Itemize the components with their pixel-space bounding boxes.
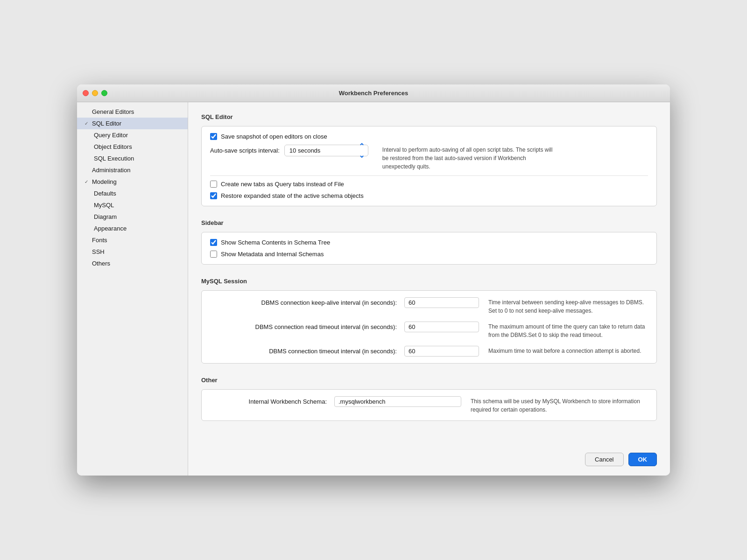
sidebar-item-label: Defaults	[94, 190, 116, 197]
cancel-button[interactable]: Cancel	[585, 453, 623, 466]
other-section: Other Internal Workbench Schema: This sc…	[201, 377, 657, 421]
sidebar-section: Sidebar Show Schema Contents in Schema T…	[201, 219, 657, 265]
read-timeout-desc: The maximum amount of time the query can…	[488, 322, 648, 339]
main-content: General Editors ✓ SQL Editor Query Edito…	[77, 102, 670, 476]
conn-timeout-input[interactable]	[404, 346, 479, 357]
sidebar-item-label: SQL Execution	[94, 155, 134, 162]
sidebar-item-ssh[interactable]: SSH	[77, 246, 188, 258]
save-snapshot-label: Save snapshot of open editors on close	[221, 133, 327, 140]
sidebar-item-general-editors[interactable]: General Editors	[77, 106, 188, 118]
keepalive-row: DBMS connection keep-alive interval (in …	[210, 297, 648, 315]
sidebar-item-administration[interactable]: Administration	[77, 164, 188, 176]
sidebar-item-defaults[interactable]: Defaults	[77, 188, 188, 199]
create-new-tabs-checkbox[interactable]	[210, 181, 217, 188]
sidebar-item-appearance[interactable]: Appearance	[77, 223, 188, 234]
preferences-window: Workbench Preferences General Editors ✓ …	[77, 84, 670, 476]
save-snapshot-row: Save snapshot of open editors on close	[210, 133, 648, 140]
sidebar-item-label: Diagram	[94, 213, 117, 220]
internal-schema-input[interactable]	[334, 396, 461, 407]
autosave-left: Auto-save scripts interval: 10 seconds 3…	[210, 145, 368, 156]
autosave-label: Auto-save scripts interval:	[210, 147, 280, 154]
sidebar-item-mysql[interactable]: MySQL	[77, 199, 188, 211]
sidebar-section-box: Show Schema Contents in Schema Tree Show…	[201, 232, 657, 265]
autosave-select-wrapper: 10 seconds 30 seconds 1 minute 5 minutes…	[284, 145, 368, 156]
internal-schema-row: Internal Workbench Schema: This schema w…	[210, 396, 648, 414]
sidebar: General Editors ✓ SQL Editor Query Edito…	[77, 102, 188, 476]
sidebar-item-others[interactable]: Others	[77, 258, 188, 269]
show-schema-checkbox[interactable]	[210, 239, 217, 246]
show-schema-row: Show Schema Contents in Schema Tree	[210, 239, 648, 246]
sidebar-item-label: General Editors	[92, 108, 134, 115]
sidebar-item-label: Others	[92, 260, 110, 267]
autosave-row: Auto-save scripts interval: 10 seconds 3…	[210, 145, 648, 171]
sidebar-section-header: Sidebar	[201, 219, 657, 226]
create-new-tabs-label: Create new tabs as Query tabs instead of…	[221, 181, 344, 188]
sidebar-item-query-editor[interactable]: Query Editor	[77, 129, 188, 141]
conn-timeout-input-desc: Maximum time to wait before a connection…	[404, 346, 641, 357]
sidebar-item-label: Query Editor	[94, 132, 128, 139]
read-timeout-input[interactable]	[404, 322, 479, 332]
sidebar-item-label: MySQL	[94, 202, 114, 209]
show-metadata-label: Show Metadata and Internal Schemas	[221, 251, 324, 258]
maximize-button[interactable]	[101, 90, 107, 96]
sidebar-item-object-editors[interactable]: Object Editors	[77, 141, 188, 153]
save-snapshot-checkbox[interactable]	[210, 133, 217, 140]
mysql-session-box: DBMS connection keep-alive interval (in …	[201, 290, 657, 364]
keepalive-desc: Time interval between sending keep-alive…	[488, 297, 648, 315]
restore-expanded-label: Restore expanded state of the active sch…	[221, 192, 364, 199]
other-section-header: Other	[201, 377, 657, 384]
window-title: Workbench Preferences	[339, 90, 409, 97]
sidebar-item-fonts[interactable]: Fonts	[77, 234, 188, 246]
autosave-desc: Interval to perform auto-saving of all o…	[382, 145, 560, 171]
conn-timeout-desc: Maximum time to wait before a connection…	[488, 346, 641, 355]
other-section-box: Internal Workbench Schema: This schema w…	[201, 389, 657, 421]
titlebar: Workbench Preferences	[77, 84, 670, 102]
show-metadata-row: Show Metadata and Internal Schemas	[210, 251, 648, 258]
read-timeout-label: DBMS connection read timeout interval (i…	[210, 322, 397, 330]
keepalive-label: DBMS connection keep-alive interval (in …	[210, 297, 397, 306]
mysql-session-section: MySQL Session DBMS connection keep-alive…	[201, 278, 657, 364]
sql-editor-section: SQL Editor Save snapshot of open editors…	[201, 113, 657, 206]
sql-editor-section-box: Save snapshot of open editors on close A…	[201, 126, 657, 206]
show-metadata-checkbox[interactable]	[210, 251, 217, 258]
sidebar-item-label: Object Editors	[94, 143, 132, 150]
footer: Cancel OK	[188, 445, 670, 476]
conn-timeout-row: DBMS connection timeout interval (in sec…	[210, 346, 648, 357]
sidebar-item-diagram[interactable]: Diagram	[77, 211, 188, 223]
ok-button[interactable]: OK	[628, 453, 657, 466]
mysql-session-header: MySQL Session	[201, 278, 657, 285]
restore-expanded-row: Restore expanded state of the active sch…	[210, 192, 648, 199]
sidebar-item-label: Modeling	[92, 178, 117, 185]
sql-editor-section-header: SQL Editor	[201, 113, 657, 120]
sidebar-item-label: Fonts	[92, 237, 107, 244]
window-controls	[83, 90, 107, 96]
sidebar-item-label: Appearance	[94, 225, 127, 232]
internal-schema-desc: This schema will be used by MySQL Workbe…	[471, 396, 648, 414]
read-timeout-row: DBMS connection read timeout interval (i…	[210, 322, 648, 339]
keepalive-input[interactable]	[404, 297, 479, 308]
keepalive-input-desc: Time interval between sending keep-alive…	[404, 297, 648, 315]
sidebar-item-sql-execution[interactable]: SQL Execution	[77, 153, 188, 164]
internal-schema-label: Internal Workbench Schema:	[210, 396, 327, 405]
restore-expanded-checkbox[interactable]	[210, 192, 217, 199]
autosave-select[interactable]: 10 seconds 30 seconds 1 minute 5 minutes…	[284, 145, 368, 156]
show-schema-label: Show Schema Contents in Schema Tree	[221, 239, 330, 246]
conn-timeout-label: DBMS connection timeout interval (in sec…	[210, 346, 397, 355]
close-button[interactable]	[83, 90, 89, 96]
chevron-icon: ✓	[85, 121, 91, 126]
read-timeout-input-desc: The maximum amount of time the query can…	[404, 322, 648, 339]
minimize-button[interactable]	[92, 90, 98, 96]
sidebar-item-label: Administration	[92, 167, 130, 174]
chevron-icon: ✓	[85, 179, 91, 184]
sidebar-item-sql-editor[interactable]: ✓ SQL Editor	[77, 118, 188, 129]
sidebar-item-label: SQL Editor	[92, 120, 121, 127]
sidebar-item-label: SSH	[92, 248, 105, 255]
divider	[210, 175, 648, 176]
sidebar-item-modeling[interactable]: ✓ Modeling	[77, 176, 188, 188]
create-new-tabs-row: Create new tabs as Query tabs instead of…	[210, 181, 648, 188]
main-panel: SQL Editor Save snapshot of open editors…	[188, 102, 670, 445]
